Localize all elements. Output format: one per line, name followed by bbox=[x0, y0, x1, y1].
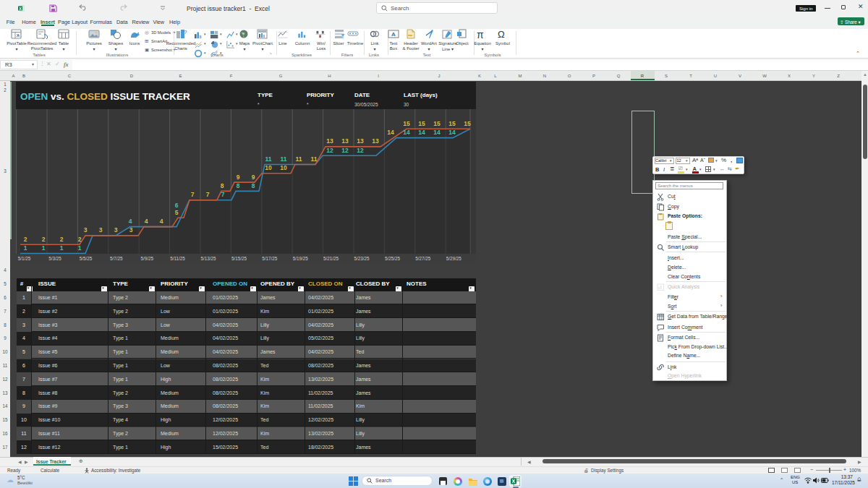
svg-text:3: 3 bbox=[129, 226, 133, 234]
svg-text:1: 1 bbox=[78, 244, 82, 252]
svg-text:5: 5 bbox=[175, 209, 179, 216]
svg-text:8: 8 bbox=[221, 182, 224, 189]
svg-text:13: 13 bbox=[326, 137, 333, 145]
svg-text:A: A bbox=[391, 31, 396, 38]
svg-text:4: 4 bbox=[160, 218, 163, 225]
svg-text:12: 12 bbox=[357, 147, 364, 154]
svg-text:12: 12 bbox=[326, 147, 333, 154]
svg-text:5/27/25: 5/27/25 bbox=[415, 256, 431, 261]
svg-text:2: 2 bbox=[42, 236, 46, 243]
svg-text:2: 2 bbox=[24, 236, 27, 243]
svg-text:5/5/25: 5/5/25 bbox=[80, 256, 93, 261]
svg-text:7: 7 bbox=[221, 191, 225, 198]
svg-text:5/29/25: 5/29/25 bbox=[446, 256, 462, 261]
svg-text:5/11/25: 5/11/25 bbox=[170, 256, 185, 261]
svg-text:15: 15 bbox=[448, 120, 456, 127]
svg-text:13: 13 bbox=[341, 137, 349, 145]
svg-text:X: X bbox=[19, 6, 22, 10]
svg-text:15: 15 bbox=[433, 120, 441, 127]
svg-text:1: 1 bbox=[60, 244, 64, 252]
svg-text:3: 3 bbox=[84, 226, 88, 234]
svg-text:5/1/25: 5/1/25 bbox=[18, 256, 31, 261]
svg-text:14: 14 bbox=[418, 129, 425, 136]
svg-text:13: 13 bbox=[357, 137, 364, 145]
svg-text:3: 3 bbox=[114, 226, 118, 234]
svg-text:?: ? bbox=[184, 29, 187, 35]
svg-text:14: 14 bbox=[403, 129, 410, 136]
svg-text:5/13/25: 5/13/25 bbox=[200, 256, 216, 261]
svg-text:5/25/25: 5/25/25 bbox=[385, 256, 401, 261]
svg-text:6: 6 bbox=[175, 202, 179, 209]
svg-text:11: 11 bbox=[296, 155, 302, 163]
svg-text:4: 4 bbox=[145, 218, 148, 225]
svg-text:7: 7 bbox=[191, 191, 195, 198]
svg-text:4: 4 bbox=[129, 218, 132, 225]
svg-text:1: 1 bbox=[24, 244, 27, 252]
svg-text:14: 14 bbox=[433, 129, 441, 136]
svg-text:1: 1 bbox=[42, 244, 46, 252]
svg-text:5/9/25: 5/9/25 bbox=[140, 256, 153, 261]
svg-text:9: 9 bbox=[237, 174, 240, 181]
svg-text:11: 11 bbox=[311, 155, 318, 163]
svg-text:5/19/25: 5/19/25 bbox=[293, 256, 309, 261]
svg-text:10: 10 bbox=[280, 164, 287, 171]
svg-text:5/17/25: 5/17/25 bbox=[262, 256, 278, 261]
svg-text:5/23/25: 5/23/25 bbox=[354, 256, 370, 261]
svg-text:2: 2 bbox=[78, 236, 82, 243]
svg-text:11: 11 bbox=[281, 155, 287, 163]
svg-text:15: 15 bbox=[464, 120, 471, 127]
svg-text:5/7/25: 5/7/25 bbox=[110, 256, 123, 261]
svg-text:5/21/25: 5/21/25 bbox=[323, 256, 339, 261]
svg-text:15: 15 bbox=[418, 120, 425, 127]
svg-text:14: 14 bbox=[448, 129, 456, 136]
svg-text:7: 7 bbox=[206, 191, 210, 198]
svg-text:3: 3 bbox=[99, 226, 103, 234]
svg-text:8: 8 bbox=[252, 182, 255, 189]
svg-text:5/3/25: 5/3/25 bbox=[48, 256, 61, 261]
svg-text:12: 12 bbox=[341, 147, 349, 154]
svg-text:10: 10 bbox=[265, 164, 272, 171]
svg-text:8: 8 bbox=[237, 182, 240, 189]
svg-text:15: 15 bbox=[403, 120, 410, 127]
svg-text:13: 13 bbox=[372, 137, 379, 145]
svg-text:9: 9 bbox=[252, 174, 255, 181]
svg-text:2: 2 bbox=[60, 236, 64, 243]
svg-text:11: 11 bbox=[265, 155, 272, 163]
svg-text:14: 14 bbox=[387, 129, 394, 136]
svg-text:X: X bbox=[512, 479, 516, 484]
svg-text:5/15/25: 5/15/25 bbox=[231, 256, 247, 261]
